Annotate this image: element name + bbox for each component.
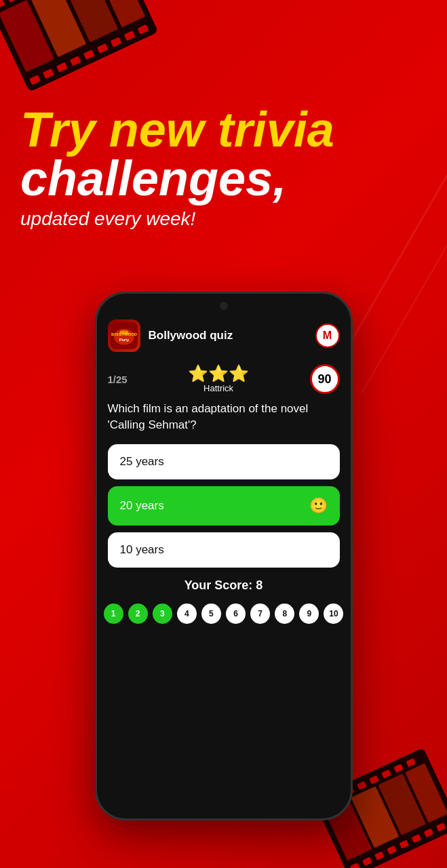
hero-header: Try new trivia challenges, updated every… [20, 105, 427, 230]
score-label: Your Score: 8 [97, 578, 351, 593]
phone-mockup: BOLLYWOOD Party Bollywood quiz M 1/25 ⭐⭐… [95, 292, 353, 821]
answer-text-3: 10 years [120, 543, 164, 557]
progress-dot-3[interactable]: 3 [153, 604, 172, 624]
app-icon: BOLLYWOOD Party [108, 319, 140, 352]
answer-text-1: 25 years [120, 455, 164, 469]
answer-option-1[interactable]: 25 years [108, 444, 340, 479]
answer-option-2[interactable]: 20 years 🙂 [108, 486, 340, 526]
progress-dot-9[interactable]: 9 [299, 604, 319, 624]
subheading: updated every week! [20, 208, 427, 230]
progress-dot-8[interactable]: 8 [275, 604, 294, 624]
stars-display: ⭐⭐⭐ [128, 366, 310, 382]
progress-dot-10[interactable]: 10 [324, 604, 343, 624]
answer-text-2: 20 years [120, 499, 164, 513]
progress-dot-1[interactable]: 1 [104, 604, 123, 624]
phone-camera [220, 302, 228, 310]
headline-line1: Try new trivia [20, 105, 427, 154]
progress-dots: 12345678910 [97, 598, 351, 635]
progress-dot-5[interactable]: 5 [201, 604, 221, 624]
phone-screen: BOLLYWOOD Party Bollywood quiz M 1/25 ⭐⭐… [97, 294, 351, 818]
progress-dot-7[interactable]: 7 [250, 604, 270, 624]
app-header: BOLLYWOOD Party Bollywood quiz M [97, 307, 351, 359]
quiz-meta: 1/25 ⭐⭐⭐ Hattrick 90 [108, 364, 340, 394]
timer-display: 90 [310, 364, 340, 394]
correct-smiley-icon: 🙂 [309, 497, 328, 515]
headline-line2: challenges, [20, 154, 427, 203]
phone-outer: BOLLYWOOD Party Bollywood quiz M 1/25 ⭐⭐… [95, 292, 353, 821]
progress-dot-2[interactable]: 2 [128, 604, 148, 624]
app-title: Bollywood quiz [149, 329, 315, 342]
answer-option-3[interactable]: 10 years [108, 532, 340, 568]
score-area: Your Score: 8 [97, 578, 351, 598]
quiz-area: 1/25 ⭐⭐⭐ Hattrick 90 Which film is an ad… [97, 359, 351, 568]
svg-text:Party: Party [119, 338, 129, 342]
hattrick-label: Hattrick [128, 383, 310, 393]
question-counter: 1/25 [108, 374, 128, 385]
progress-dot-6[interactable]: 6 [226, 604, 246, 624]
avatar[interactable]: M [315, 323, 340, 348]
question-text: Which film is an adaptation of the novel… [108, 401, 340, 433]
progress-dot-4[interactable]: 4 [177, 604, 197, 624]
stars-area: ⭐⭐⭐ Hattrick [128, 366, 310, 393]
